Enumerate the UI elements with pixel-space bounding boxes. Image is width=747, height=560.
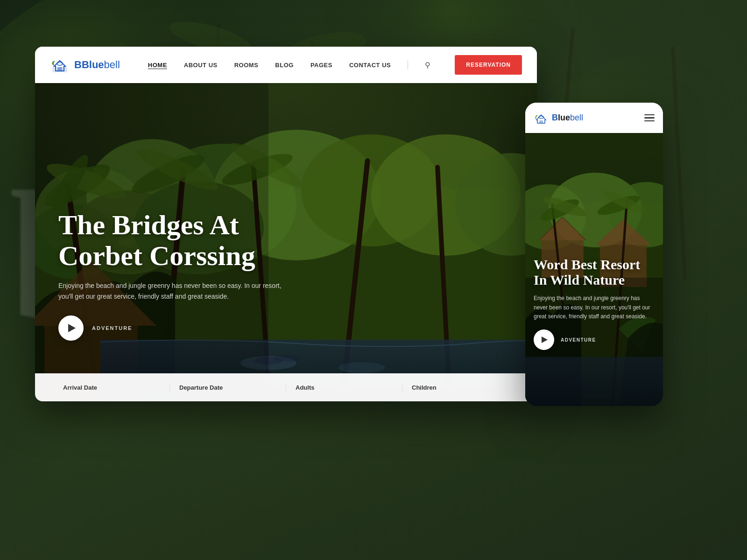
mobile-mockup: Bluebell: [525, 103, 663, 406]
desktop-mockup: BBluebell HOME ABOUT US ROOMS BLOG PAGES…: [35, 47, 537, 401]
mobile-hero: Word Best Resort In Wild Nature Enjoying…: [525, 133, 663, 406]
logo-text: BBluebell: [74, 59, 120, 71]
hero-content: The Bridges At Corbet Corssing Enjoying …: [58, 210, 329, 341]
hero-title: The Bridges At Corbet Corssing: [58, 210, 329, 271]
mobile-play-button[interactable]: [534, 329, 554, 350]
mobile-hero-title: Word Best Resort In Wild Nature: [534, 257, 655, 287]
mobile-hero-subtitle: Enjoying the beach and jungle greenry ha…: [534, 294, 655, 321]
mobile-hero-content: Word Best Resort In Wild Nature Enjoying…: [534, 257, 655, 350]
arrival-date-label: Arrival Date: [63, 384, 97, 391]
svg-rect-46: [539, 120, 543, 123]
play-button[interactable]: [58, 315, 84, 341]
adventure-label: ADVENTURE: [92, 325, 132, 331]
nav-link-blog[interactable]: BLOG: [275, 62, 294, 69]
logo[interactable]: BBluebell: [50, 55, 120, 75]
nav-link-rooms[interactable]: ROOMS: [234, 62, 259, 69]
mobile-logo-icon: [534, 111, 549, 126]
children-label: Children: [412, 384, 437, 391]
nav-link-pages[interactable]: PAGES: [310, 62, 332, 69]
mobile-adventure-label: ADVENTURE: [561, 337, 596, 343]
adults-label: Adults: [296, 384, 314, 391]
booking-field-departure[interactable]: Departure Date: [170, 383, 286, 392]
desktop-navbar: BBluebell HOME ABOUT US ROOMS BLOG PAGES…: [35, 47, 537, 83]
booking-field-adults[interactable]: Adults: [286, 383, 402, 392]
mobile-logo[interactable]: Bluebell: [534, 111, 583, 126]
departure-date-label: Departure Date: [179, 384, 223, 391]
reservation-button[interactable]: RESERVATION: [455, 55, 522, 75]
booking-bar: Arrival Date Departure Date Adults Child…: [35, 373, 537, 401]
nav-divider: [408, 60, 408, 70]
mobile-navbar: Bluebell: [525, 103, 663, 133]
nav-link-about[interactable]: ABOUT US: [184, 62, 218, 69]
nav-link-home[interactable]: HOME: [148, 62, 167, 69]
mobile-logo-text: Bluebell: [552, 113, 583, 123]
booking-field-children[interactable]: Children: [402, 383, 518, 392]
hamburger-menu[interactable]: [644, 114, 655, 122]
svg-rect-13: [57, 67, 62, 71]
search-icon[interactable]: ⚲: [425, 61, 430, 70]
logo-icon: [50, 55, 70, 75]
nav-link-contact[interactable]: CONTACT US: [349, 62, 391, 69]
booking-field-arrival[interactable]: Arrival Date: [54, 383, 170, 392]
hero-subtitle: Enjoying the beach and jungle greenry ha…: [58, 280, 292, 301]
play-section: ADVENTURE: [58, 315, 329, 341]
desktop-nav: HOME ABOUT US ROOMS BLOG PAGES CONTACT U…: [148, 60, 455, 70]
logo-blue: B: [74, 59, 82, 70]
mobile-play-section: ADVENTURE: [534, 329, 655, 350]
desktop-hero: The Bridges At Corbet Corssing Enjoying …: [35, 83, 537, 401]
